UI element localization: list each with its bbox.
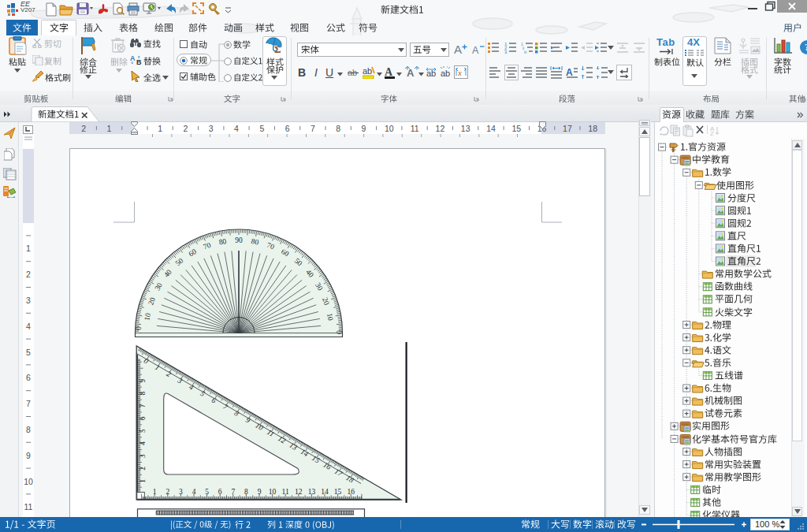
svg-text:7: 7 [139, 404, 147, 407]
svg-text:A: A [385, 66, 393, 78]
svg-text:80: 80 [251, 237, 259, 247]
svg-text:ab: ab [441, 69, 450, 78]
svg-text:1: 1 [153, 488, 157, 496]
svg-text:90: 90 [235, 236, 243, 244]
svg-text:3: 3 [504, 50, 508, 54]
svg-text:7: 7 [231, 488, 235, 496]
svg-text:10: 10 [325, 313, 335, 322]
svg-text:2: 2 [165, 488, 169, 496]
svg-text:iii: iii [524, 50, 526, 54]
svg-text:4: 4 [139, 441, 147, 445]
svg-text:1: 1 [139, 479, 147, 483]
svg-text:11: 11 [282, 488, 289, 496]
svg-text:12: 12 [295, 488, 303, 496]
svg-text:80: 80 [218, 237, 227, 247]
svg-text:0: 0 [134, 326, 143, 330]
svg-text:A: A [130, 54, 136, 62]
svg-text:A: A [566, 67, 573, 78]
svg-text:8: 8 [139, 391, 147, 395]
svg-text:9: 9 [258, 488, 262, 496]
svg-text:x: x [457, 68, 462, 77]
svg-text:4: 4 [192, 488, 196, 496]
svg-text:5: 5 [139, 429, 147, 433]
svg-text:A: A [454, 43, 462, 55]
svg-text:Σ: Σ [274, 43, 281, 54]
svg-text:5: 5 [205, 488, 209, 496]
svg-text:10: 10 [269, 488, 277, 496]
svg-text:0: 0 [335, 330, 344, 334]
svg-text:15: 15 [334, 488, 342, 496]
svg-text:2: 2 [139, 467, 147, 471]
svg-text:B: B [136, 58, 142, 65]
svg-text:Z: Z [710, 130, 714, 137]
svg-text:ab: ab [363, 66, 372, 76]
svg-text:A: A [472, 45, 479, 55]
svg-text:3: 3 [179, 488, 183, 496]
svg-text:6: 6 [218, 488, 222, 496]
svg-text:13: 13 [308, 488, 316, 496]
svg-text:16: 16 [347, 488, 355, 496]
svg-text:3: 3 [139, 454, 147, 458]
svg-text:8: 8 [244, 488, 248, 496]
svg-text:10: 10 [143, 312, 152, 321]
svg-text:9: 9 [139, 378, 147, 382]
svg-text:ab: ab [426, 69, 436, 78]
svg-text:6: 6 [139, 416, 147, 420]
svg-text:14: 14 [321, 488, 329, 496]
